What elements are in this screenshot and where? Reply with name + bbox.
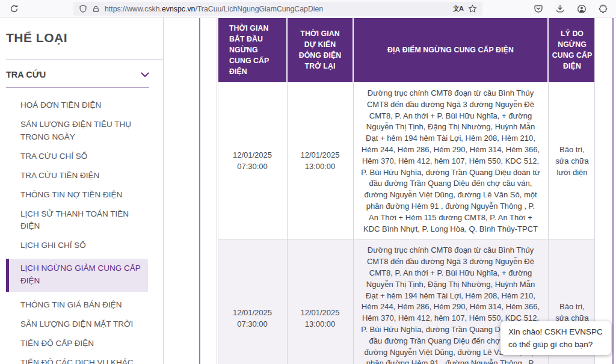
header-reason: LÝ DO NGỪNG CUNG CẤP ĐIỆN (548, 18, 595, 82)
extensions-icon[interactable] (599, 4, 608, 13)
header-end-time: THỜI GIAN DỰ KIẾN ĐÓNG ĐIỆN TRỞ LẠI (287, 18, 353, 82)
content-panel-left-rule (199, 18, 200, 364)
sidebar-section-label: TRA CỨU (6, 70, 46, 79)
cell-location: Đường trục chính CMT8 đoạn từ cầu Bình T… (353, 82, 548, 240)
reload-button[interactable] (7, 2, 21, 16)
page-content: THỂ LOẠI TRA CỨU HOÁ ĐƠN TIỀN ĐIỆN SẢN L… (0, 17, 616, 364)
cell-start-time: 12/01/2025 07:30:00 (218, 82, 287, 240)
shield-icon[interactable] (79, 4, 87, 13)
chat-greeting-bubble[interactable]: Xin chào! CSKH EVNSPC có thể giúp gì cho… (500, 321, 611, 355)
reload-icon (10, 4, 19, 13)
sidebar-item-tien-do-cap-dien[interactable]: TIẾN ĐỘ CẤP ĐIỆN (20, 338, 148, 350)
url-text: https://www.cskh.evnspc.vn/TraCuu/LichNg… (105, 5, 448, 13)
chevron-down-icon (141, 72, 149, 78)
sidebar-item-san-luong-dien-tieu-thu[interactable]: SẢN LƯỢNG ĐIỆN TIÊU THỤ TRONG NGÀY (20, 119, 148, 143)
download-icon[interactable] (555, 4, 565, 13)
translate-icon[interactable]: 文A (453, 4, 463, 13)
sidebar-item-lich-ngung-giam-cung-cap-dien[interactable]: LỊCH NGỪNG GIẢM CUNG CẤP ĐIỆN (6, 259, 148, 292)
sidebar-item-thong-tin-no-tien-dien[interactable]: THÔNG TIN NỢ TIỀN ĐIỆN (20, 189, 148, 202)
content-panel-right-rule (612, 18, 614, 364)
lock-icon[interactable] (92, 5, 100, 13)
pocket-icon[interactable] (534, 4, 543, 13)
account-icon[interactable] (577, 4, 587, 14)
category-sidebar: THỂ LOẠI TRA CỨU HOÁ ĐƠN TIỀN ĐIỆN SẢN L… (0, 17, 164, 364)
toolbar-right-icons (534, 2, 608, 16)
sidebar-item-tra-cuu-tien-dien[interactable]: TRA CỨU TIỀN ĐIỆN (20, 170, 148, 182)
divider (6, 60, 163, 60)
table-header-row: THỜI GIAN BẮT ĐẦU NGỪNG CUNG CẤP ĐIỆN TH… (218, 18, 595, 82)
sidebar-item-thong-tin-gia-ban-dien[interactable]: THÔNG TIN GIÁ BÁN ĐIỆN (20, 299, 148, 312)
cell-end-time: 12/01/2025 13:00:00 (287, 82, 353, 240)
url-bar[interactable]: https://www.cskh.evnspc.vn/TraCuu/LichNg… (73, 2, 482, 16)
sidebar-menu: HOÁ ĐƠN TIỀN ĐIỆN SẢN LƯỢNG ĐIỆN TIÊU TH… (0, 99, 164, 364)
divider (6, 87, 149, 88)
cell-start-time: 12/01/2025 07:30:00 (218, 240, 287, 364)
table-row: 12/01/2025 07:30:00 12/01/2025 13:00:00 … (218, 82, 595, 240)
sidebar-section-tra-cuu[interactable]: TRA CỨU (6, 70, 149, 79)
header-location: ĐỊA ĐIỂM NGỪNG CUNG CẤP ĐIỆN (353, 18, 548, 82)
sidebar-item-tra-cuu-chi-so[interactable]: TRA CỨU CHỈ SỐ (20, 150, 148, 163)
sidebar-item-lich-su-thanh-toan[interactable]: LỊCH SỬ THANH TOÁN TIỀN ĐIỆN (20, 208, 148, 233)
cell-end-time: 12/01/2025 13:00:00 (287, 240, 353, 364)
sidebar-item-san-luong-dien-mat-troi[interactable]: SẢN LƯỢNG ĐIỆN MẶT TRỜI (20, 318, 148, 331)
sidebar-item-lich-ghi-chi-so[interactable]: LỊCH GHI CHỈ SỐ (20, 239, 148, 252)
bookmark-star-icon[interactable] (468, 4, 477, 13)
sidebar-item-tien-do-cac-dich-vu-khac[interactable]: TIẾN ĐỘ CÁC DỊCH VỤ KHÁC (20, 357, 148, 364)
header-start-time: THỜI GIAN BẮT ĐẦU NGỪNG CUNG CẤP ĐIỆN (218, 18, 287, 82)
cell-reason: Bảo trì, sửa chữa lưới điện (548, 82, 595, 240)
outage-schedule-table: THỜI GIAN BẮT ĐẦU NGỪNG CUNG CẤP ĐIỆN TH… (217, 18, 595, 364)
sidebar-title: THỂ LOẠI (6, 31, 67, 45)
sidebar-item-hoa-don-tien-dien[interactable]: HOÁ ĐƠN TIỀN ĐIỆN (20, 99, 148, 112)
browser-toolbar: https://www.cskh.evnspc.vn/TraCuu/LichNg… (0, 0, 616, 17)
